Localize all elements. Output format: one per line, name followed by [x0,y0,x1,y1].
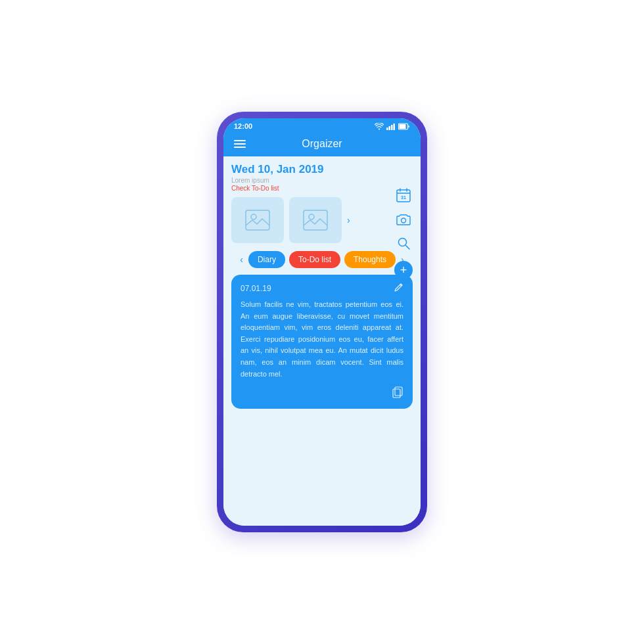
calendar-icon[interactable]: 31 [396,188,411,206]
tab-diary[interactable]: Diary [248,251,285,268]
note-text: Solum facilis ne vim, tractatos petentiu… [241,299,403,380]
search-icon[interactable] [397,237,410,253]
tab-prev-arrow[interactable]: ‹ [239,254,244,265]
note-copy-icon[interactable] [392,386,403,401]
add-button[interactable]: + [394,261,413,279]
svg-rect-14 [395,387,402,396]
hamburger-menu[interactable] [234,140,246,148]
svg-text:31: 31 [401,195,406,200]
date-info: Wed 10, Jan 2019 Lorem ipsum Check To-Do… [231,163,324,192]
side-icons: 31 [394,188,413,279]
svg-rect-12 [304,210,327,230]
svg-rect-5 [400,124,406,129]
photo-strip: › [231,197,386,243]
phone-frame: 12:00 [217,112,427,532]
note-card: 07.01.19 Solum facilis ne vim, tractatos… [231,275,413,409]
svg-rect-15 [393,389,400,398]
battery-icon [398,123,410,130]
photo-thumb-1[interactable] [231,197,284,243]
tab-thoughts[interactable]: Thoughts [344,251,396,268]
photo-thumb-2[interactable] [289,197,342,243]
svg-rect-2 [391,125,393,130]
photo-next-arrow[interactable]: › [347,215,350,225]
signal-icon [386,123,396,130]
svg-point-8 [402,218,406,223]
phone-screen: 12:00 [223,118,421,526]
status-time: 12:00 [234,122,252,130]
svg-point-9 [399,239,407,246]
app-title: Orgaizer [302,138,342,150]
note-date: 07.01.19 [241,284,271,293]
svg-rect-3 [394,124,396,130]
status-icons [375,123,410,130]
date-main: Wed 10, Jan 2019 [231,163,324,176]
date-subtitle: Lorem ipsum [231,177,324,184]
note-card-header: 07.01.19 [241,283,403,294]
tab-bar: ‹ Diary To-Do list Thoughts › [231,251,413,268]
app-header: Orgaizer [223,133,421,156]
camera-icon[interactable] [396,214,411,229]
main-content: Wed 10, Jan 2019 Lorem ipsum Check To-Do… [223,156,421,526]
status-bar: 12:00 [223,118,421,133]
date-section: Wed 10, Jan 2019 Lorem ipsum Check To-Do… [231,163,413,192]
svg-rect-10 [246,210,269,230]
todo-link[interactable]: Check To-Do list [231,185,324,192]
svg-point-11 [251,214,256,219]
wifi-icon [375,123,384,130]
svg-point-13 [309,214,314,219]
note-edit-icon[interactable] [394,283,403,294]
note-footer [241,386,403,401]
svg-rect-1 [389,126,391,130]
svg-rect-0 [386,127,388,130]
tab-todo[interactable]: To-Do list [289,251,340,268]
